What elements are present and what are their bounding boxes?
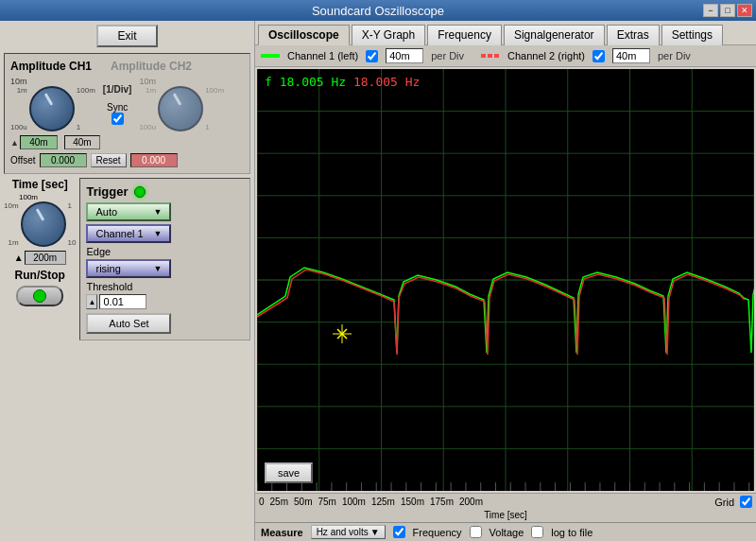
run-indicator <box>33 289 46 303</box>
reset-button[interactable]: Reset <box>91 153 127 167</box>
oscilloscope-display: f 18.005 Hz 18.005 Hz save <box>257 69 754 491</box>
log-file-checkbox[interactable] <box>531 526 543 538</box>
grid-svg <box>257 69 754 491</box>
channel1-perdiv-input[interactable] <box>386 48 423 63</box>
channel2-label: Channel 2 (right) <box>507 50 585 61</box>
hz-volts-button[interactable]: Hz and volts ▼ <box>311 525 386 539</box>
amplitude-ch2-label: Amplitude CH2 <box>111 60 192 73</box>
right-panel: Oscilloscope X-Y Graph Frequency Signalg… <box>255 21 756 541</box>
tab-settings[interactable]: Settings <box>662 25 723 45</box>
save-button[interactable]: save <box>265 462 313 483</box>
trigger-channel-button[interactable]: Channel 1 ▼ <box>86 224 171 243</box>
trigger-title: Trigger <box>86 184 128 199</box>
exit-button[interactable]: Exit <box>96 25 157 47</box>
freq-ch1-unit: Hz <box>331 75 352 89</box>
ch1-color-indicator <box>261 54 280 58</box>
ch1-amplitude-knob[interactable] <box>29 86 75 131</box>
ch1-scale-left: 1m 100u <box>10 86 27 131</box>
ch1-scale-right: 100m 1 <box>77 86 95 131</box>
x-axis-50m: 50m <box>294 497 312 507</box>
app-title: Soundcard Oszilloscope <box>312 4 444 18</box>
time-knob[interactable] <box>21 201 66 247</box>
x-axis-125m: 125m <box>371 497 395 507</box>
ch2-amplitude-knob[interactable] <box>158 86 203 131</box>
x-axis-75m: 75m <box>318 497 335 507</box>
time-scale-left: 10m 1m <box>4 201 19 247</box>
minimize-button[interactable]: − <box>703 4 718 17</box>
div-label: [1/Div] <box>103 84 132 95</box>
time-axis-label: Time [sec] <box>484 510 527 520</box>
offset-ch2-input[interactable] <box>130 153 178 167</box>
offset-label: Offset <box>10 155 36 166</box>
voltage-measure-label: Voltage <box>490 527 524 538</box>
grid-label: Grid <box>714 497 734 508</box>
freq-ch2-unit: Hz <box>405 75 421 89</box>
tab-frequency[interactable]: Frequency <box>427 25 502 45</box>
trigger-section: Trigger Auto ▼ Channel 1 ▼ Edge rising <box>79 178 250 340</box>
autoset-button[interactable]: Auto Set <box>86 313 171 334</box>
tab-bar: Oscilloscope X-Y Graph Frequency Signalg… <box>255 21 756 45</box>
freq-label: f <box>265 75 280 89</box>
title-bar: Soundcard Oszilloscope − □ ✕ <box>0 0 756 21</box>
run-stop-label: Run/Stop <box>15 269 65 282</box>
sync-checkbox[interactable] <box>112 113 124 125</box>
amplitude-ch1-label: Amplitude CH1 <box>10 60 92 73</box>
sync-label: Sync <box>107 102 128 113</box>
amplitude-section: Amplitude CH1 Amplitude CH2 10m 1m 100u … <box>4 53 250 174</box>
edge-label: Edge <box>86 246 244 257</box>
freq-ch1-value: 18.005 <box>280 75 324 89</box>
trigger-edge-button[interactable]: rising ▼ <box>86 259 171 278</box>
time-spinner-down[interactable]: ▲ <box>14 253 24 263</box>
threshold-input[interactable] <box>99 294 146 309</box>
time-scale-100m: 100m <box>19 193 38 201</box>
ch2-scale-right: 100m 1 <box>205 86 224 131</box>
time-scale-right: 1 10 <box>68 201 77 247</box>
x-axis-0: 0 <box>259 497 265 507</box>
ch2-color-indicator <box>481 54 500 58</box>
offset-ch1-input[interactable] <box>40 153 87 167</box>
channel1-perdiv-label: per Div <box>431 50 464 61</box>
time-value-input[interactable] <box>25 251 66 265</box>
time-section: Time [sec] 100m 10m 1m 1 10 ▲ <box>4 178 76 340</box>
ch2-scale-top: 10m <box>139 77 156 86</box>
ch2-scale-left: 1m 100u <box>139 86 156 131</box>
log-file-label: log to file <box>551 527 593 538</box>
tab-extras[interactable]: Extras <box>607 25 660 45</box>
close-button[interactable]: ✕ <box>737 4 752 17</box>
maximize-button[interactable]: □ <box>720 4 735 17</box>
tab-xy-graph[interactable]: X-Y Graph <box>352 25 425 45</box>
channel2-checkbox[interactable] <box>593 50 605 62</box>
left-panel: Exit Amplitude CH1 Amplitude CH2 10m 1m … <box>0 21 255 541</box>
measure-bar: Measure Hz and volts ▼ Frequency Voltage… <box>255 522 756 541</box>
run-stop-section: Run/Stop <box>15 269 65 306</box>
bottom-bar: 0 25m 50m 75m 100m 125m 150m 175m 200m G… <box>255 493 756 510</box>
grid-checkbox[interactable] <box>740 496 752 508</box>
channel-bar: Channel 1 (left) per Div Channel 2 (righ… <box>255 45 756 67</box>
ch2-knob-container: 10m 1m 100u 100m 1 <box>139 77 224 131</box>
x-axis-25m: 25m <box>270 497 288 507</box>
trigger-mode-label: Auto <box>95 206 117 218</box>
ch1-value-input[interactable] <box>20 135 58 149</box>
channel1-label: Channel 1 (left) <box>287 50 358 61</box>
channel2-perdiv-input[interactable] <box>612 48 650 63</box>
freq-ch2-value: 18.005 <box>353 75 398 89</box>
channel1-checkbox[interactable] <box>366 50 378 62</box>
ch2-value-input[interactable] <box>64 135 100 149</box>
trigger-edge-arrow: ▼ <box>154 264 163 273</box>
x-axis-200m: 200m <box>459 497 483 507</box>
freq-display: f 18.005 Hz 18.005 Hz <box>265 75 420 89</box>
measure-title: Measure <box>261 527 303 538</box>
threshold-down-btn[interactable]: ▲ <box>86 294 97 309</box>
trigger-led <box>134 186 146 198</box>
trigger-channel-label: Channel 1 <box>95 228 143 239</box>
trigger-mode-button[interactable]: Auto ▼ <box>86 202 171 221</box>
tab-oscilloscope[interactable]: Oscilloscope <box>258 25 350 45</box>
run-stop-button[interactable] <box>16 286 63 306</box>
hz-volts-label: Hz and volts <box>317 527 369 537</box>
voltage-checkbox[interactable] <box>470 526 482 538</box>
threshold-label: Threshold <box>86 281 244 292</box>
tab-signalgenerator[interactable]: Signalgenerator <box>504 25 605 45</box>
x-axis-150m: 150m <box>401 497 424 507</box>
ch1-down-arrow[interactable]: ▲ <box>10 138 19 148</box>
frequency-checkbox[interactable] <box>393 526 405 538</box>
